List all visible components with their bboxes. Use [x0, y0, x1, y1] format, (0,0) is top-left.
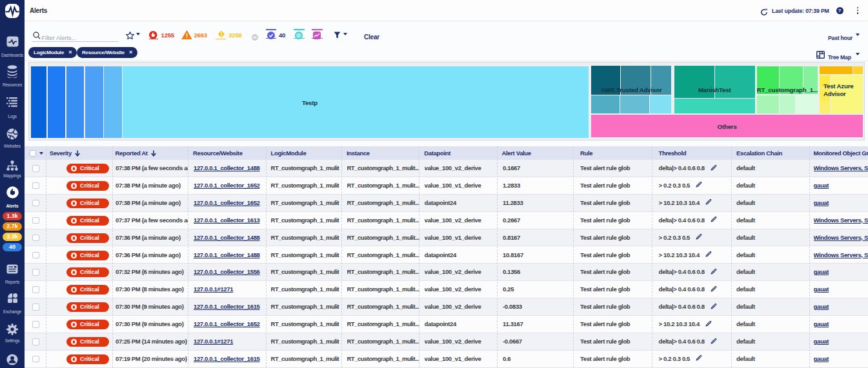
- svg-text:OK: OK: [252, 36, 257, 39]
